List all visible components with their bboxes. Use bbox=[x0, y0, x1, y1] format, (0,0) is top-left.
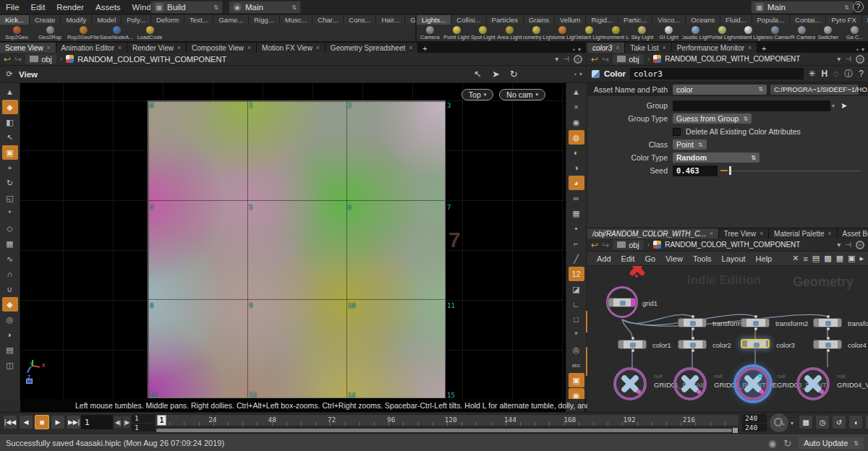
shelf-tab-deform[interactable]: Deform bbox=[151, 15, 184, 25]
realtime-toggle-icon[interactable]: ◷ bbox=[815, 415, 830, 429]
text-display-icon[interactable]: abc bbox=[569, 358, 584, 372]
grid01-detail-null-node[interactable]: null GRID01_DETAIL bbox=[613, 367, 647, 400]
shelf-tool-volume-light[interactable]: Volume Light bbox=[550, 25, 576, 42]
shelf-tool-area-light[interactable]: Area Light bbox=[496, 25, 523, 42]
path-dropdown-icon[interactable]: ▾ bbox=[837, 241, 841, 249]
close-tab-icon[interactable]: × bbox=[616, 44, 619, 51]
set-keyframe-button[interactable] bbox=[770, 413, 788, 432]
timeline-range-slider[interactable] bbox=[155, 428, 739, 433]
color4-node[interactable]: color4 bbox=[813, 340, 842, 349]
param-tab-performance-monitor[interactable]: Performance Monitor× bbox=[672, 43, 757, 53]
view-label[interactable]: View bbox=[19, 70, 38, 79]
close-tab-icon[interactable]: × bbox=[760, 230, 763, 237]
selection-box-icon[interactable]: □ bbox=[569, 312, 584, 327]
memory-usage-icon[interactable]: ◉ bbox=[768, 438, 776, 449]
network-menu-view[interactable]: View bbox=[660, 254, 688, 263]
playbar-options-icon[interactable]: ▤ bbox=[865, 415, 868, 429]
shelf-tab-pyro-fx[interactable]: Pyro FX bbox=[826, 15, 861, 25]
stop-button[interactable]: ■ bbox=[35, 415, 49, 429]
shelf-tool-sky-light[interactable]: Sky Light bbox=[629, 25, 656, 42]
shelf-tab-fluid-[interactable]: Fluid... bbox=[720, 15, 752, 25]
breadcrumb-root[interactable]: obj bbox=[25, 54, 56, 64]
secure-select-icon[interactable]: ➤ bbox=[492, 69, 500, 80]
playback-start-field[interactable]: 1 bbox=[132, 424, 156, 432]
menu-edit[interactable]: Edit bbox=[25, 0, 51, 14]
seed-slider-handle[interactable] bbox=[729, 166, 731, 175]
shelf-tab-char-[interactable]: Char... bbox=[312, 15, 344, 25]
view-pivot-icon[interactable]: ◎ bbox=[2, 312, 18, 327]
audio-icon[interactable]: ◖ bbox=[848, 415, 863, 429]
group-type-dropdown[interactable]: Guess from Group ⇅ bbox=[673, 113, 752, 124]
pose-tool-icon[interactable]: * bbox=[2, 206, 18, 220]
shelf-tab-modify[interactable]: Modify bbox=[61, 15, 92, 25]
back-icon[interactable]: ↩ bbox=[591, 55, 598, 64]
back-icon[interactable]: ↩ bbox=[4, 55, 11, 64]
add-tab-button[interactable]: + bbox=[418, 44, 431, 53]
shelf-tool-ga-c-[interactable]: Ga C... bbox=[841, 25, 868, 42]
loop-mode-icon[interactable]: ↺ bbox=[832, 415, 846, 429]
snapshot-tool-icon[interactable]: ▤ bbox=[2, 343, 18, 357]
camera-select-button[interactable]: No cam▾ bbox=[499, 89, 545, 100]
shelf-tool-switcher[interactable]: Switcher bbox=[815, 25, 842, 42]
uv-view-icon[interactable]: ◪ bbox=[569, 282, 584, 296]
list-view-icon[interactable]: ▤ bbox=[812, 254, 820, 263]
forward-icon[interactable]: ↪ bbox=[602, 55, 609, 64]
scene-tab-composite-view[interactable]: Composite View× bbox=[187, 43, 257, 53]
network-menu-help[interactable]: Help bbox=[751, 254, 778, 263]
network-graph[interactable]: Indie Edition Geometry bbox=[587, 266, 868, 412]
group-select-arrow-icon[interactable]: ➤ bbox=[841, 101, 847, 111]
color1-node[interactable]: color1 bbox=[618, 340, 647, 349]
shelf-tab-grains[interactable]: Grains bbox=[524, 15, 555, 25]
transform3-node[interactable]: transform3 bbox=[813, 318, 842, 327]
measure-icon[interactable]: ∟ bbox=[569, 297, 584, 312]
shelf-tab-musc-[interactable]: Musc... bbox=[280, 15, 313, 25]
display-objects-icon[interactable]: ▲ bbox=[2, 85, 18, 99]
normal-lighting-icon[interactable]: ◐ bbox=[569, 145, 584, 160]
radial-menu-icon[interactable] bbox=[856, 241, 864, 249]
shelf-tool-gi-light[interactable]: GI Light bbox=[655, 25, 682, 42]
shelf-tool-ambient-light[interactable]: Ambient Light bbox=[735, 25, 762, 42]
shelf-tab-create[interactable]: Create bbox=[30, 15, 61, 25]
hook-icon[interactable]: ⌐ bbox=[569, 236, 584, 251]
auto-update-dropdown[interactable]: Auto Update ⇅ bbox=[799, 437, 864, 450]
scene-tab-geometry-spreadsheet[interactable]: Geometry Spreadsheet× bbox=[326, 43, 418, 53]
transform2-node[interactable]: transform2 bbox=[741, 318, 770, 327]
shelf-tool-camera[interactable]: Camera bbox=[417, 25, 443, 42]
soft-magnet-icon[interactable]: ∩ bbox=[2, 267, 18, 281]
shelf-tab-poly-[interactable]: Poly... bbox=[122, 15, 151, 25]
network-menu-edit[interactable]: Edit bbox=[616, 254, 640, 263]
shelf-tool-portal-light[interactable]: Portal Light bbox=[709, 25, 736, 42]
range-start-field[interactable]: 1 bbox=[132, 414, 156, 423]
playhead[interactable]: 1 bbox=[157, 415, 166, 426]
timeline-ruler[interactable]: 1 24487296120144168192216 bbox=[155, 414, 739, 426]
shelf-tool-loadcode[interactable]: LoadCode bbox=[133, 25, 166, 42]
shelf-tool-point-light[interactable]: Point Light bbox=[443, 25, 470, 42]
shelf-tool-vr-camera[interactable]: VR Camera bbox=[788, 25, 815, 42]
red-null-node[interactable] bbox=[625, 266, 650, 276]
shelf-tab-rigid-[interactable]: Rigid... bbox=[586, 15, 618, 25]
forward-icon[interactable]: ↪ bbox=[602, 241, 609, 249]
current-frame-field[interactable]: 1 bbox=[81, 415, 113, 429]
range-slider-bar[interactable] bbox=[156, 429, 732, 432]
curve-tool-icon[interactable]: ∿ bbox=[2, 252, 18, 266]
shelf-tab-oceans[interactable]: Oceans bbox=[686, 15, 720, 25]
breadcrumb-node-label[interactable]: RANDOM_COLOR_WITH_COMPONENT bbox=[77, 55, 226, 64]
viewport[interactable]: 0123456789101112131415 Top▾No cam▾ 7 y x… bbox=[20, 83, 566, 399]
param-tab-take-list[interactable]: Take List× bbox=[625, 43, 671, 53]
build-desktop-dropdown[interactable]: ▦ Build ⇅ bbox=[150, 1, 223, 14]
range-start-fields[interactable]: 1 1 bbox=[132, 414, 156, 431]
back-icon[interactable]: ↩ bbox=[591, 241, 598, 249]
pen-icon[interactable]: ╱ bbox=[569, 252, 584, 266]
close-tab-icon[interactable]: × bbox=[828, 230, 832, 237]
model-tool-icon[interactable]: ◆ bbox=[2, 297, 18, 312]
shelf-tab-collisi-[interactable]: Collisi... bbox=[451, 15, 486, 25]
range-end-fields[interactable]: 240 240 bbox=[742, 414, 767, 431]
step-back-icon[interactable]: ◀| bbox=[114, 416, 122, 428]
pin-icon[interactable]: ⊣ bbox=[845, 241, 851, 249]
shelf-tab-hair-[interactable]: Hair... bbox=[376, 15, 405, 25]
shelf-tool-geometry-light[interactable]: Geometry Light bbox=[523, 25, 550, 42]
group-count-icon[interactable]: 12 bbox=[569, 267, 584, 281]
scale-handle-icon[interactable]: ◱ bbox=[2, 191, 18, 205]
scene-tab-animation-editor[interactable]: Animation Editor× bbox=[56, 43, 127, 53]
character-tool-icon[interactable]: ◇ bbox=[2, 221, 18, 236]
